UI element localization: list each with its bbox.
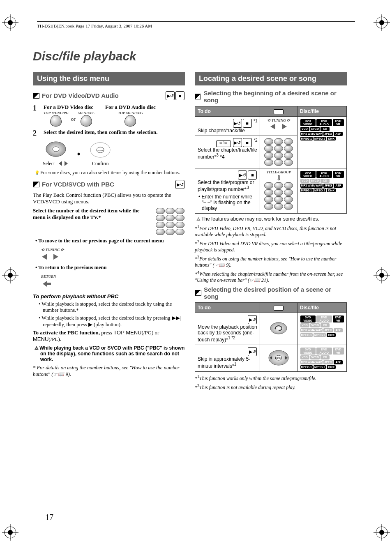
crop-mark-icon (2, 267, 18, 283)
subheading-select-position: Selecting the desired position of a scen… (195, 286, 347, 300)
cursor-pad-enter-icon: ENTER (89, 141, 112, 159)
th-discfile: Disc/file (297, 106, 347, 117)
footnote-b1: *1This function works only within the sa… (195, 374, 347, 382)
tuning-label: ⟲ TUNING ⟳ (263, 119, 295, 122)
footnote-number-buttons: * For details on using the number button… (33, 365, 185, 378)
skip-fwd-icon: ▶▶| (172, 315, 181, 321)
perform-pbc-title: To perform playback without PBC (33, 293, 185, 299)
r3-bullet: • Enter the number while "– –" is flashi… (202, 194, 257, 211)
chapter-title: Disc/file playback (33, 49, 359, 66)
th-todo: To do (195, 106, 260, 117)
caution-pbc: While playing back a VCD or SVCD with PB… (40, 345, 185, 362)
page-ref-icon: ☞📖 (249, 277, 260, 283)
remote-icon: ▫▫▫ (274, 306, 284, 311)
arrow-icon: ➧ (76, 150, 81, 158)
stop-icon: ■ (243, 138, 252, 147)
number-buttons-icon (263, 138, 295, 166)
step1-dvd-audio-label: For a DVD Audio disc (105, 104, 156, 111)
r3-text: Select the title/program or playlist/gro… (198, 180, 254, 192)
left-column: Using the disc menu For DVD Video/DVD Au… (33, 72, 185, 392)
tuning-arrows-icon (270, 122, 288, 131)
knob-icon (125, 115, 136, 127)
cursor-left-right-icon: ENTER (267, 349, 290, 367)
play-triangle-icon: ▶ (88, 322, 92, 327)
section-using-disc-menu: Using the disc menu (33, 72, 185, 85)
th-todo: To do (195, 303, 260, 313)
return-label: RETURN (41, 274, 56, 279)
svg-text:ENTER: ENTER (97, 150, 104, 152)
step-1-number: 1 (33, 104, 40, 113)
play-icon: ▶↺ (248, 347, 257, 356)
topmenu-label: TOP MENU/PG (105, 111, 156, 115)
display-icon: ▭▯▭ (216, 140, 231, 147)
step1-dvd-video-label: For a DVD Video disc (44, 104, 95, 111)
pbc-description: The Play Back Control function (PBC) all… (33, 192, 185, 205)
r2-text: Select the chapter/track/file number*3 *… (198, 147, 257, 160)
section-locating: Locating a desired scene or song (195, 72, 347, 85)
play-stop-icons: ▶↺■ (165, 91, 185, 100)
title-group-label: TITLE/GROUP (263, 170, 295, 174)
footnote-2: *2For DVD Video and DVD VR discs, you ca… (195, 240, 347, 253)
confirm-label: Confirm (89, 161, 112, 167)
svg-point-29 (270, 322, 287, 334)
subheading-dvd: For DVD Video/DVD Audio (33, 92, 119, 99)
or-label: or (71, 116, 76, 122)
cursor-pad-icon (44, 140, 67, 158)
r1-text: Move the playback position back by 10 se… (198, 324, 257, 343)
page-ref-icon: ☞📖 (53, 371, 64, 377)
svg-point-25 (53, 147, 59, 152)
th-remote: ▫▫▫ (260, 106, 297, 117)
right-column: Locating a desired scene or song Selecti… (195, 72, 347, 392)
play-icon: ▶↺ (233, 119, 242, 128)
stop-icon: ■ (175, 91, 184, 100)
stop-icon: ■ (248, 170, 257, 180)
topmenu-label: TOP MENU/PG (44, 111, 69, 115)
play-icon: ▶↺ (175, 180, 184, 189)
play-icon: ▶↺ (166, 91, 175, 100)
page-ref-icon: ☞📖 (214, 262, 225, 268)
return-arrow-icon (41, 279, 53, 288)
bullet-move-page: • To move to the next or previous page o… (39, 238, 185, 244)
number-buttons-icon (155, 207, 185, 235)
knob-icon (50, 115, 62, 127)
play-icon: ▶↺ (238, 170, 247, 180)
page-number: 17 (45, 513, 53, 522)
footnote-1: *1For DVD Video, DVD VR, VCD, and SVCD d… (195, 224, 347, 238)
note-number-buttons: For some discs, you can also select item… (40, 170, 185, 176)
menu-label: MENU/PL (78, 111, 95, 115)
perform-bullet-2: • While playback is stopped, select the … (43, 315, 185, 328)
replay-button-icon (269, 321, 288, 336)
step2-text: Select the desired item, then confirm th… (44, 129, 185, 136)
crop-mark-icon (374, 267, 390, 283)
r1-text: Skip chapter/track/file (198, 128, 245, 134)
subheading-vcd-pbc: For VCD/SVCD with PBC (33, 181, 114, 188)
svg-text:ENTER: ENTER (275, 357, 282, 359)
tuning-label: ⟲ TUNING ⟳ (41, 248, 64, 252)
activate-pbc-text: To activate the PBC function, press TOP … (33, 329, 185, 343)
footnote-b2: *2This function is not available during … (195, 383, 347, 391)
select-number-text: Select the number of the desired item wh… (33, 207, 151, 221)
crop-mark-icon (2, 14, 18, 31)
book-header: TH-D51[B]EN.book Page 17 Friday, August … (37, 21, 355, 28)
remote-icon: ▫▫▫ (274, 109, 284, 114)
footnote-3: *3For details on using the number button… (195, 255, 347, 268)
crop-mark-icon (374, 524, 390, 541)
number-buttons-icon (263, 182, 295, 210)
r2-text: Skip in approximately 5-minute intervals… (198, 356, 250, 369)
bullet-return: • To return to the previous menu (39, 265, 185, 271)
table-select-position: To do ▫▫▫ Disc/file ▶↺ Move the playback… (195, 302, 347, 372)
play-icon: ▶↺ (248, 315, 257, 324)
perform-bullet-1: • While playback is stopped, select the … (43, 301, 185, 313)
footnote-4: *4When selecting the chapter/track/file … (195, 270, 347, 283)
tuning-arrows-icon (41, 253, 59, 261)
tuning-arrows-icon (58, 160, 69, 167)
subheading-select-beginning: Selecting the beginning of a desired sce… (195, 90, 347, 104)
knob-icon (81, 115, 92, 127)
th-discfile: Disc/file (297, 303, 347, 313)
step-2-number: 2 (33, 129, 40, 138)
crop-mark-icon (374, 14, 390, 31)
note-features: The features above may not work for some… (202, 216, 347, 222)
stop-icon: ■ (243, 119, 252, 128)
play-icon: ▶↺ (233, 138, 242, 147)
th-remote: ▫▫▫ (260, 303, 297, 313)
